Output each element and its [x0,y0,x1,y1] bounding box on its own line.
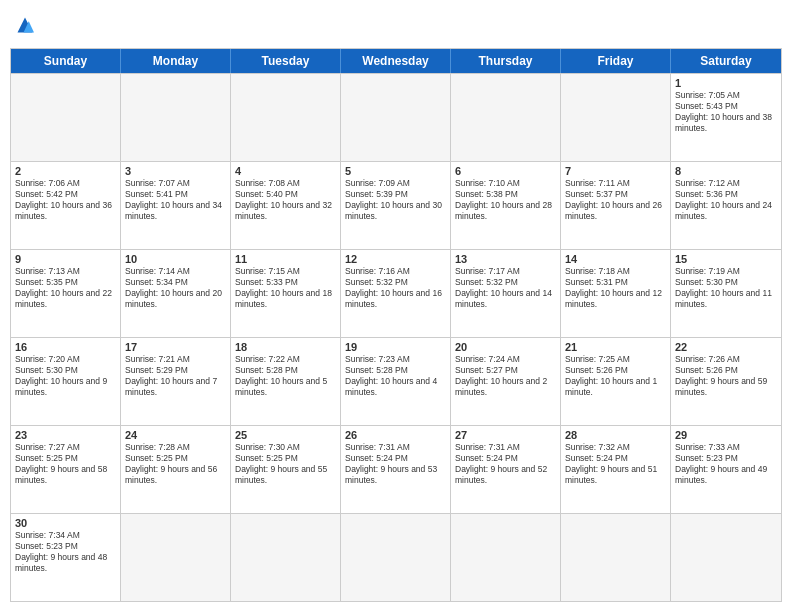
cell-info: Sunrise: 7:19 AM Sunset: 5:30 PM Dayligh… [675,266,777,310]
calendar-cell: 11Sunrise: 7:15 AM Sunset: 5:33 PM Dayli… [231,250,341,337]
date-number: 20 [455,341,556,353]
calendar-cell: 30Sunrise: 7:34 AM Sunset: 5:23 PM Dayli… [11,514,121,601]
page-container: SundayMondayTuesdayWednesdayThursdayFrid… [0,0,792,612]
date-number: 27 [455,429,556,441]
date-number: 23 [15,429,116,441]
cell-info: Sunrise: 7:34 AM Sunset: 5:23 PM Dayligh… [15,530,116,574]
cell-info: Sunrise: 7:27 AM Sunset: 5:25 PM Dayligh… [15,442,116,486]
cell-info: Sunrise: 7:06 AM Sunset: 5:42 PM Dayligh… [15,178,116,222]
calendar-cell [671,514,781,601]
cell-info: Sunrise: 7:09 AM Sunset: 5:39 PM Dayligh… [345,178,446,222]
calendar-cell: 14Sunrise: 7:18 AM Sunset: 5:31 PM Dayli… [561,250,671,337]
date-number: 29 [675,429,777,441]
calendar-cell: 20Sunrise: 7:24 AM Sunset: 5:27 PM Dayli… [451,338,561,425]
calendar-cell: 29Sunrise: 7:33 AM Sunset: 5:23 PM Dayli… [671,426,781,513]
calendar-cell [121,514,231,601]
cell-info: Sunrise: 7:26 AM Sunset: 5:26 PM Dayligh… [675,354,777,398]
cell-info: Sunrise: 7:23 AM Sunset: 5:28 PM Dayligh… [345,354,446,398]
calendar-cell [11,74,121,161]
date-number: 11 [235,253,336,265]
cell-info: Sunrise: 7:12 AM Sunset: 5:36 PM Dayligh… [675,178,777,222]
date-number: 15 [675,253,777,265]
calendar: SundayMondayTuesdayWednesdayThursdayFrid… [10,48,782,602]
calendar-week-4: 23Sunrise: 7:27 AM Sunset: 5:25 PM Dayli… [11,425,781,513]
date-number: 26 [345,429,446,441]
day-header-saturday: Saturday [671,49,781,73]
calendar-cell: 26Sunrise: 7:31 AM Sunset: 5:24 PM Dayli… [341,426,451,513]
cell-info: Sunrise: 7:32 AM Sunset: 5:24 PM Dayligh… [565,442,666,486]
cell-info: Sunrise: 7:14 AM Sunset: 5:34 PM Dayligh… [125,266,226,310]
cell-info: Sunrise: 7:08 AM Sunset: 5:40 PM Dayligh… [235,178,336,222]
date-number: 28 [565,429,666,441]
page-header [10,10,782,40]
calendar-cell: 7Sunrise: 7:11 AM Sunset: 5:37 PM Daylig… [561,162,671,249]
calendar-week-0: 1Sunrise: 7:05 AM Sunset: 5:43 PM Daylig… [11,73,781,161]
date-number: 10 [125,253,226,265]
cell-info: Sunrise: 7:05 AM Sunset: 5:43 PM Dayligh… [675,90,777,134]
cell-info: Sunrise: 7:17 AM Sunset: 5:32 PM Dayligh… [455,266,556,310]
date-number: 14 [565,253,666,265]
date-number: 25 [235,429,336,441]
calendar-header: SundayMondayTuesdayWednesdayThursdayFrid… [11,49,781,73]
date-number: 9 [15,253,116,265]
date-number: 17 [125,341,226,353]
cell-info: Sunrise: 7:15 AM Sunset: 5:33 PM Dayligh… [235,266,336,310]
cell-info: Sunrise: 7:11 AM Sunset: 5:37 PM Dayligh… [565,178,666,222]
cell-info: Sunrise: 7:16 AM Sunset: 5:32 PM Dayligh… [345,266,446,310]
calendar-body: 1Sunrise: 7:05 AM Sunset: 5:43 PM Daylig… [11,73,781,601]
calendar-cell: 5Sunrise: 7:09 AM Sunset: 5:39 PM Daylig… [341,162,451,249]
calendar-cell [231,74,341,161]
calendar-cell: 15Sunrise: 7:19 AM Sunset: 5:30 PM Dayli… [671,250,781,337]
logo [10,10,44,40]
cell-info: Sunrise: 7:24 AM Sunset: 5:27 PM Dayligh… [455,354,556,398]
calendar-week-2: 9Sunrise: 7:13 AM Sunset: 5:35 PM Daylig… [11,249,781,337]
cell-info: Sunrise: 7:10 AM Sunset: 5:38 PM Dayligh… [455,178,556,222]
cell-info: Sunrise: 7:31 AM Sunset: 5:24 PM Dayligh… [455,442,556,486]
calendar-cell: 23Sunrise: 7:27 AM Sunset: 5:25 PM Dayli… [11,426,121,513]
date-number: 13 [455,253,556,265]
calendar-cell [121,74,231,161]
date-number: 2 [15,165,116,177]
calendar-cell: 24Sunrise: 7:28 AM Sunset: 5:25 PM Dayli… [121,426,231,513]
day-header-thursday: Thursday [451,49,561,73]
calendar-cell: 4Sunrise: 7:08 AM Sunset: 5:40 PM Daylig… [231,162,341,249]
calendar-cell: 18Sunrise: 7:22 AM Sunset: 5:28 PM Dayli… [231,338,341,425]
cell-info: Sunrise: 7:30 AM Sunset: 5:25 PM Dayligh… [235,442,336,486]
cell-info: Sunrise: 7:21 AM Sunset: 5:29 PM Dayligh… [125,354,226,398]
calendar-cell: 13Sunrise: 7:17 AM Sunset: 5:32 PM Dayli… [451,250,561,337]
cell-info: Sunrise: 7:22 AM Sunset: 5:28 PM Dayligh… [235,354,336,398]
day-header-tuesday: Tuesday [231,49,341,73]
calendar-cell: 12Sunrise: 7:16 AM Sunset: 5:32 PM Dayli… [341,250,451,337]
day-header-friday: Friday [561,49,671,73]
calendar-cell: 3Sunrise: 7:07 AM Sunset: 5:41 PM Daylig… [121,162,231,249]
day-header-sunday: Sunday [11,49,121,73]
logo-icon [10,10,40,40]
date-number: 22 [675,341,777,353]
cell-info: Sunrise: 7:13 AM Sunset: 5:35 PM Dayligh… [15,266,116,310]
cell-info: Sunrise: 7:25 AM Sunset: 5:26 PM Dayligh… [565,354,666,398]
date-number: 6 [455,165,556,177]
day-header-wednesday: Wednesday [341,49,451,73]
calendar-week-1: 2Sunrise: 7:06 AM Sunset: 5:42 PM Daylig… [11,161,781,249]
calendar-cell: 10Sunrise: 7:14 AM Sunset: 5:34 PM Dayli… [121,250,231,337]
calendar-cell: 17Sunrise: 7:21 AM Sunset: 5:29 PM Dayli… [121,338,231,425]
day-header-monday: Monday [121,49,231,73]
cell-info: Sunrise: 7:18 AM Sunset: 5:31 PM Dayligh… [565,266,666,310]
calendar-cell: 2Sunrise: 7:06 AM Sunset: 5:42 PM Daylig… [11,162,121,249]
calendar-cell: 28Sunrise: 7:32 AM Sunset: 5:24 PM Dayli… [561,426,671,513]
calendar-cell: 16Sunrise: 7:20 AM Sunset: 5:30 PM Dayli… [11,338,121,425]
cell-info: Sunrise: 7:07 AM Sunset: 5:41 PM Dayligh… [125,178,226,222]
date-number: 18 [235,341,336,353]
calendar-cell: 19Sunrise: 7:23 AM Sunset: 5:28 PM Dayli… [341,338,451,425]
calendar-cell [341,74,451,161]
date-number: 21 [565,341,666,353]
calendar-cell: 22Sunrise: 7:26 AM Sunset: 5:26 PM Dayli… [671,338,781,425]
calendar-cell [231,514,341,601]
date-number: 24 [125,429,226,441]
date-number: 12 [345,253,446,265]
calendar-cell: 9Sunrise: 7:13 AM Sunset: 5:35 PM Daylig… [11,250,121,337]
date-number: 19 [345,341,446,353]
calendar-cell [451,74,561,161]
calendar-cell [561,74,671,161]
date-number: 16 [15,341,116,353]
